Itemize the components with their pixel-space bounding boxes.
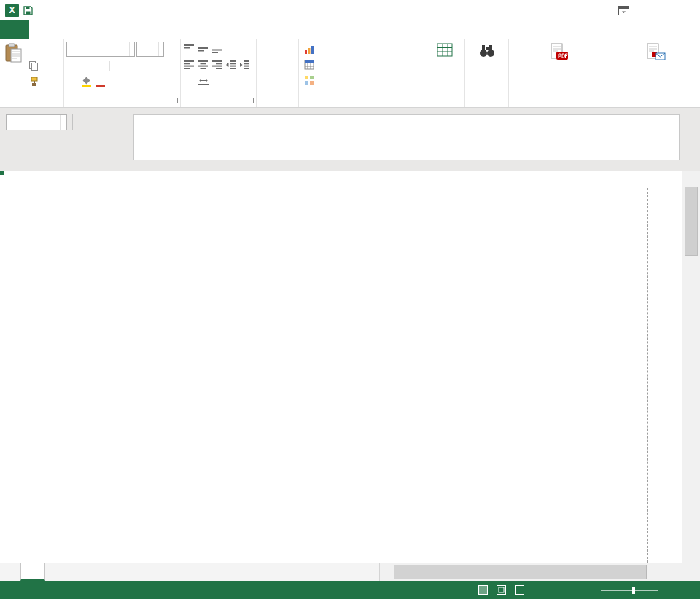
page-layout-view-icon <box>497 585 506 595</box>
maximize-button[interactable] <box>656 1 678 20</box>
font-size-caret-icon <box>158 42 163 56</box>
formula-input[interactable] <box>133 114 680 160</box>
close-button[interactable] <box>678 1 700 20</box>
ribbon-group-alignment <box>181 39 257 107</box>
alignment-dialog-launcher[interactable] <box>248 98 254 103</box>
vertical-scroll-thumb[interactable] <box>685 187 698 256</box>
font-size-combo[interactable] <box>136 42 164 57</box>
orientation-button[interactable] <box>225 42 237 55</box>
ribbon-group-acrobat <box>509 39 700 107</box>
hscroll-track[interactable] <box>393 563 687 581</box>
align-right-icon <box>212 60 222 69</box>
align-left-icon <box>184 60 194 69</box>
number-format-button[interactable] <box>275 42 281 46</box>
align-middle-button[interactable] <box>197 42 209 55</box>
zoom-slider-thumb[interactable] <box>632 587 635 594</box>
customize-qat-button[interactable] <box>47 9 49 12</box>
cells-button[interactable] <box>434 42 456 61</box>
editing-button[interactable] <box>476 42 498 60</box>
underline-button[interactable] <box>94 59 106 73</box>
merge-center-button[interactable] <box>197 74 211 87</box>
insert-function-button[interactable] <box>112 114 128 130</box>
align-middle-icon <box>198 44 208 53</box>
format-as-table-button[interactable] <box>301 57 421 72</box>
conditional-formatting-icon <box>304 44 314 55</box>
ribbon-tab-row <box>0 20 700 39</box>
help-button[interactable] <box>591 1 612 20</box>
ribbon <box>0 39 700 108</box>
page-layout-view-button[interactable] <box>494 581 508 599</box>
excel-logo-icon: X <box>5 4 19 17</box>
sheet-tab-bar <box>0 563 700 581</box>
clipboard-dialog-launcher[interactable] <box>55 98 61 103</box>
create-pdf-share-link-button[interactable] <box>517 42 602 64</box>
horizontal-scrollbar[interactable] <box>379 563 700 581</box>
borders-button[interactable] <box>66 75 79 89</box>
formula-bar-area <box>0 108 700 171</box>
create-pdf-outlook-button[interactable] <box>613 42 698 64</box>
copy-button[interactable] <box>28 59 40 73</box>
minimize-button[interactable] <box>634 1 656 20</box>
paste-button[interactable] <box>2 42 26 88</box>
zoom-slider[interactable] <box>601 590 658 591</box>
sheet-nav-right-button[interactable] <box>10 563 20 581</box>
ribbon-display-options-button[interactable] <box>612 1 634 20</box>
wrap-text-button[interactable] <box>183 74 195 87</box>
formula-bar-divider <box>72 114 73 130</box>
enter-button[interactable] <box>94 114 110 130</box>
window-controls <box>591 1 700 20</box>
sheet-nav-left-button[interactable] <box>0 563 10 581</box>
sign-in-link[interactable] <box>690 34 700 39</box>
clipboard-group-label <box>2 104 61 107</box>
align-top-icon <box>184 44 194 53</box>
italic-button[interactable] <box>80 59 93 73</box>
align-bottom-button[interactable] <box>211 42 223 55</box>
bold-button[interactable] <box>66 59 79 73</box>
sheet-tab-hoja1[interactable] <box>20 563 45 581</box>
normal-view-button[interactable] <box>475 581 490 599</box>
zoom-controls <box>595 581 694 599</box>
hscroll-left-button[interactable] <box>380 563 393 581</box>
align-right-button[interactable] <box>211 58 223 71</box>
name-box[interactable] <box>6 114 67 130</box>
vertical-scrollbar[interactable] <box>682 171 700 563</box>
normal-view-icon <box>478 585 488 595</box>
tab-archivo[interactable] <box>0 20 29 39</box>
increase-indent-button[interactable] <box>238 58 251 71</box>
align-left-button[interactable] <box>183 58 195 71</box>
ribbon-group-number <box>257 39 299 107</box>
fill-color-icon <box>82 77 91 87</box>
font-dialog-launcher[interactable] <box>172 98 178 103</box>
new-sheet-button[interactable] <box>45 563 58 581</box>
align-center-icon <box>198 60 208 69</box>
cells-icon <box>437 43 453 58</box>
align-center-button[interactable] <box>197 58 209 71</box>
format-painter-button[interactable] <box>28 74 40 88</box>
copy-icon <box>29 61 39 71</box>
save-icon <box>23 5 34 16</box>
cut-button[interactable] <box>28 44 40 58</box>
increase-font-size-button[interactable] <box>113 59 125 73</box>
hscroll-right-button[interactable] <box>687 563 700 581</box>
align-top-button[interactable] <box>183 42 195 55</box>
worksheet[interactable] <box>0 171 682 563</box>
paste-icon <box>5 43 23 63</box>
decrease-indent-button[interactable] <box>225 58 237 71</box>
cancel-button[interactable] <box>77 114 93 130</box>
fill-color-button[interactable] <box>80 75 93 89</box>
font-name-combo[interactable] <box>66 42 135 57</box>
decrease-font-size-button[interactable] <box>127 59 139 73</box>
font-color-button[interactable] <box>94 75 106 89</box>
name-box-caret-icon <box>60 115 66 130</box>
title-bar: X <box>0 0 700 20</box>
styles-group-label <box>301 104 421 107</box>
save-button[interactable] <box>22 5 34 16</box>
horizontal-scroll-thumb[interactable] <box>394 565 647 579</box>
worksheet-area <box>0 171 700 563</box>
decrease-indent-icon <box>226 60 236 69</box>
conditional-formatting-button[interactable] <box>301 42 421 57</box>
page-break-view-button[interactable] <box>512 581 526 599</box>
create-pdf-outlook-icon <box>645 43 666 62</box>
cell-styles-button[interactable] <box>301 72 421 87</box>
merge-center-icon <box>198 77 209 85</box>
